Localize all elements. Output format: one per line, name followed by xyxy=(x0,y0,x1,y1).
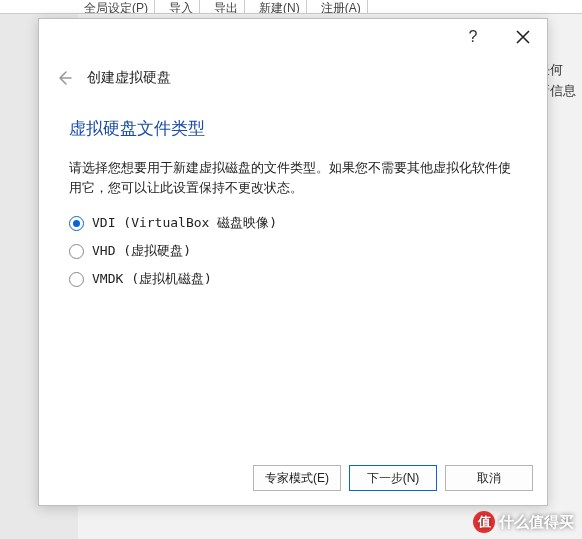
section-title: 虚拟硬盘文件类型 xyxy=(69,117,517,140)
radio-option-vdi[interactable]: VDI (VirtualBox 磁盘映像) xyxy=(69,214,517,232)
dialog-header: 创建虚拟硬盘 xyxy=(39,55,547,99)
toolbar-item[interactable]: 导入 xyxy=(163,0,200,14)
toolbar-item[interactable]: 导出 xyxy=(208,0,245,14)
cancel-button[interactable]: 取消 xyxy=(445,465,533,491)
watermark-text: 什么值得买 xyxy=(499,513,574,532)
arrow-left-icon xyxy=(56,70,72,86)
expert-mode-button[interactable]: 专家模式(E) xyxy=(253,465,341,491)
close-button[interactable] xyxy=(507,23,539,51)
close-icon xyxy=(516,30,530,44)
dialog-titlebar: ? xyxy=(39,19,547,55)
radio-icon xyxy=(69,272,84,287)
radio-icon xyxy=(69,244,84,259)
help-button[interactable]: ? xyxy=(457,23,489,51)
radio-label: VHD (虚拟硬盘) xyxy=(92,242,191,260)
next-button[interactable]: 下一步(N) xyxy=(349,465,437,491)
dialog-content: 虚拟硬盘文件类型 请选择您想要用于新建虚拟磁盘的文件类型。如果您不需要其他虚拟化… xyxy=(39,99,547,455)
radio-label: VMDK (虚拟机磁盘) xyxy=(92,270,212,288)
create-virtual-disk-dialog: ? 创建虚拟硬盘 虚拟硬盘文件类型 请选择您想要用于新建虚拟磁盘的文件类型。如果… xyxy=(38,18,548,506)
back-button[interactable] xyxy=(51,65,77,91)
dialog-title: 创建虚拟硬盘 xyxy=(87,69,171,87)
toolbar-item[interactable]: 全局设定(P) xyxy=(78,0,155,14)
background-toolbar: 全局设定(P) 导入 导出 新建(N) 注册(A) xyxy=(0,0,582,14)
disk-type-radio-group: VDI (VirtualBox 磁盘映像) VHD (虚拟硬盘) VMDK (虚… xyxy=(69,214,517,288)
radio-option-vhd[interactable]: VHD (虚拟硬盘) xyxy=(69,242,517,260)
toolbar-item[interactable]: 注册(A) xyxy=(315,0,368,14)
radio-icon xyxy=(69,216,84,231)
section-description: 请选择您想要用于新建虚拟磁盘的文件类型。如果您不需要其他虚拟化软件使用它，您可以… xyxy=(69,158,517,198)
watermark-badge: 值 xyxy=(473,511,495,533)
radio-option-vmdk[interactable]: VMDK (虚拟机磁盘) xyxy=(69,270,517,288)
toolbar-item[interactable]: 新建(N) xyxy=(253,0,307,14)
watermark: 值 什么值得买 xyxy=(473,511,574,533)
radio-label: VDI (VirtualBox 磁盘映像) xyxy=(92,214,277,232)
help-icon: ? xyxy=(469,28,478,46)
dialog-footer: 专家模式(E) 下一步(N) 取消 xyxy=(39,455,547,505)
